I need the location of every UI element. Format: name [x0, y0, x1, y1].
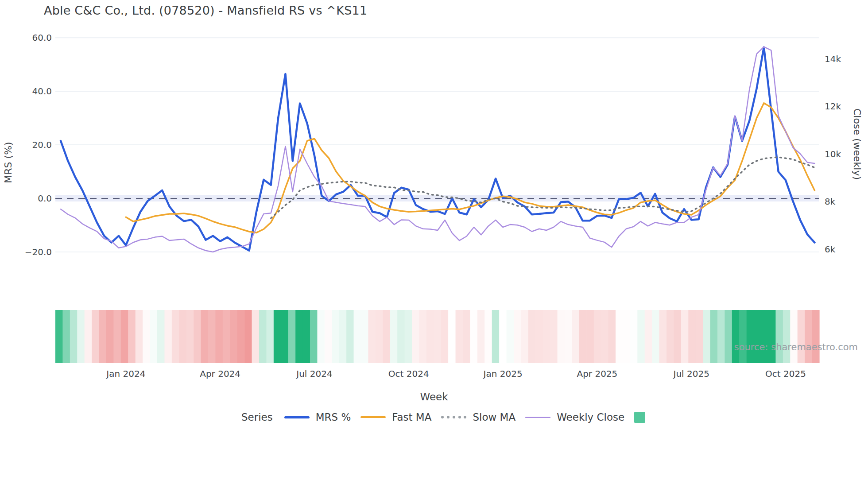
x-tick-label: Jan 2025 [484, 368, 523, 379]
legend-item-mrs-[interactable]: MRS % [284, 411, 351, 423]
heatmap-cell [361, 310, 368, 363]
left-tick-label: 20.0 [12, 139, 52, 150]
heatmap-cell [157, 310, 165, 363]
heatmap-cell [274, 310, 281, 363]
heatmap-cell [244, 310, 252, 363]
heatmap-cell [77, 310, 85, 363]
x-tick-label: Jul 2024 [296, 368, 332, 379]
heatmap-cell [194, 310, 201, 363]
heatmap-cell [507, 310, 514, 363]
heatmap-cell [113, 310, 121, 363]
heatmap-cell [259, 310, 267, 363]
legend-item-fast-ma[interactable]: Fast MA [360, 411, 431, 423]
heatmap-cell [477, 310, 485, 363]
heatmap-cell [514, 310, 521, 363]
heatmap-cell [747, 310, 754, 363]
heatmap-cell [463, 310, 470, 363]
heatmap-cell [354, 310, 361, 363]
heatmap-cell [484, 310, 492, 363]
heatmap-cell [237, 310, 245, 363]
heatmap-cell [579, 310, 587, 363]
heatmap-cell [558, 310, 565, 363]
heatmap-cell [92, 310, 99, 363]
heatmap-cell [659, 310, 667, 363]
legend-item-label: Slow MA [473, 411, 515, 423]
heatmap-cell [768, 310, 776, 363]
legend-item-slow-ma[interactable]: Slow MA [441, 411, 515, 423]
heatmap-cell [85, 310, 92, 363]
legend: Series MRS %Fast MASlow MAWeekly Close [241, 411, 645, 423]
heatmap-cell [681, 310, 689, 363]
series-line-mrs-[interactable] [61, 47, 815, 251]
heatmap-cell [717, 310, 725, 363]
heatmap-cell [55, 310, 63, 363]
heatmap-cell [172, 310, 179, 363]
heatmap-cell [790, 310, 798, 363]
right-axis-title: Close (weekly) [852, 108, 863, 180]
heatmap-cell [252, 310, 260, 363]
heatmap-cell [106, 310, 114, 363]
heatmap-cell [208, 310, 216, 363]
heatmap-cell [62, 310, 70, 363]
series-line-fast-ma[interactable] [126, 103, 814, 233]
heatmap-cell [346, 310, 354, 363]
heatmap-cell [143, 310, 150, 363]
heatmap-cell [426, 310, 434, 363]
source-attribution: source: sharemaestro.com [734, 342, 858, 352]
legend-item-weekly-close[interactable]: Weekly Close [525, 411, 624, 423]
heatmap-cell [630, 310, 638, 363]
heatmap-cell [456, 310, 463, 363]
series-line-weekly-close[interactable] [61, 47, 815, 252]
heatmap-cell [666, 310, 674, 363]
legend-item-heatmap[interactable] [634, 412, 645, 423]
left-tick-label: 40.0 [12, 86, 52, 97]
heatmap-cell [412, 310, 419, 363]
heatmap-cell [725, 310, 732, 363]
heatmap-cell [288, 310, 296, 363]
heatmap-cell [339, 310, 347, 363]
heatmap-cell [798, 310, 805, 363]
x-tick-label: Oct 2024 [388, 368, 429, 379]
heatmap-cell [528, 310, 536, 363]
heatmap-cell [99, 310, 107, 363]
heatmap-cell [186, 310, 194, 363]
heatmap-cell [397, 310, 405, 363]
left-axis-title: MRS (%) [3, 142, 14, 183]
heatmap-cell [303, 310, 310, 363]
heatmap-cell [376, 310, 383, 363]
x-tick-label: Jul 2025 [673, 368, 709, 379]
right-tick-label: 6k [825, 244, 835, 255]
legend-item-label: Weekly Close [557, 411, 624, 423]
heatmap-cell [703, 310, 710, 363]
heatmap-cell [696, 310, 703, 363]
heatmap-cell [775, 310, 783, 363]
heatmap-cell [70, 310, 78, 363]
heatmap-cell [230, 310, 237, 363]
heatmap-cell [521, 310, 528, 363]
left-tick-label: −20.0 [12, 247, 52, 257]
heatmap-cell [332, 310, 339, 363]
heatmap-cell [761, 310, 769, 363]
heatmap-cell [674, 310, 681, 363]
mrs--swatch-icon [284, 416, 310, 418]
right-tick-label: 12k [825, 101, 841, 112]
heatmap-cell [368, 310, 376, 363]
heatmap-cell [325, 310, 332, 363]
heatmap-cell [179, 310, 186, 363]
heatmap-cell [586, 310, 594, 363]
heatmap-cell [543, 310, 550, 363]
heatmap-cell [572, 310, 579, 363]
heatmap-swatch-icon [634, 412, 645, 423]
x-tick-label: Oct 2025 [765, 368, 806, 379]
heatmap-cell [434, 310, 441, 363]
x-tick-label: Jan 2024 [106, 368, 145, 379]
heatmap-cell [136, 310, 143, 363]
heatmap-cell [710, 310, 718, 363]
x-tick-label: Apr 2025 [577, 368, 617, 379]
heatmap-cell [317, 310, 325, 363]
heatmap-cell [281, 310, 288, 363]
heatmap-cell [652, 310, 659, 363]
right-tick-label: 10k [825, 149, 841, 159]
left-tick-label: 60.0 [12, 32, 52, 43]
x-axis-title: Week [0, 391, 868, 403]
